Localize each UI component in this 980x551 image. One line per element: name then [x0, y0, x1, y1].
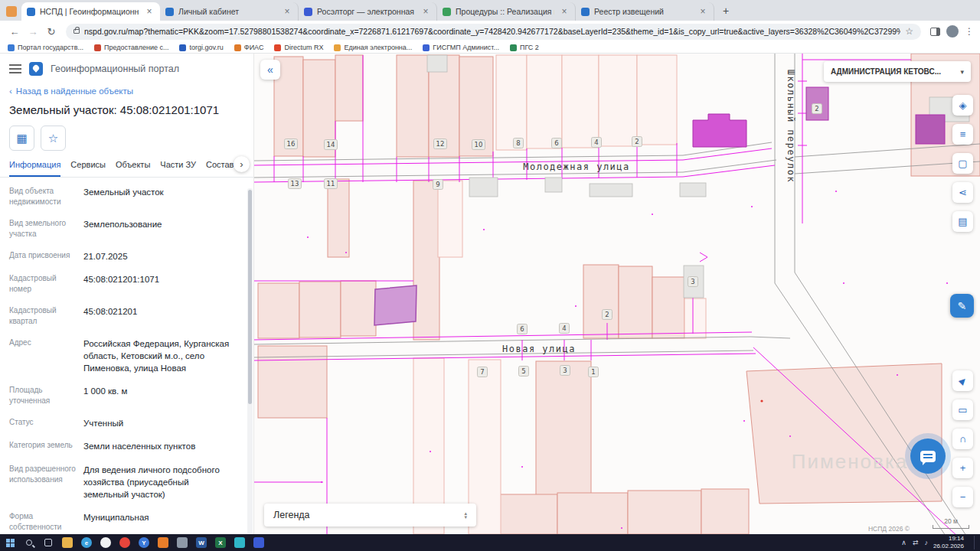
taskbar-app-browser-icon[interactable] [99, 536, 113, 549]
tool-zoom-out-button[interactable]: − [952, 487, 973, 507]
taskbar-app-word-icon[interactable]: W [194, 536, 208, 549]
tool-select-area-icon[interactable]: ▢ [952, 153, 973, 174]
taskbar-app-app-icon-2[interactable] [175, 536, 189, 549]
parcel-number-marker[interactable]: 12 [434, 139, 447, 149]
bookmark-star-icon[interactable]: ☆ [905, 26, 913, 37]
bookmark-item[interactable]: Единая электронна... [334, 44, 412, 51]
taskbar-app-app-icon-1[interactable] [156, 536, 170, 549]
start-button[interactable] [3, 536, 17, 549]
task-view-button[interactable] [41, 536, 55, 549]
parcel-number-marker[interactable]: 7 [478, 367, 488, 377]
bookmark-item[interactable]: Directum RX [274, 44, 323, 51]
bookmark-item[interactable]: ПГС 2 [510, 44, 539, 51]
tab-close-icon[interactable]: × [420, 6, 431, 17]
tool-locate-icon[interactable]: ▶ [952, 370, 973, 391]
browser-tab[interactable]: Росэлторг — электронная торг× [299, 2, 437, 21]
selected-parcel[interactable] [374, 285, 416, 325]
tool-share-icon[interactable]: ⋖ [952, 182, 973, 203]
browser-menu-icon[interactable]: ⋮ [965, 26, 974, 37]
tab-Информация[interactable]: Информация [9, 160, 60, 177]
pinned-tab-icon[interactable] [6, 6, 17, 17]
tray-icon-0[interactable]: ∧ [901, 539, 906, 546]
notification-edge[interactable] [974, 536, 977, 549]
favorite-button[interactable]: ☆ [41, 126, 66, 151]
taskbar-app-yandex-browser-icon[interactable]: Y [137, 536, 151, 549]
tab-Объекты[interactable]: Объекты [116, 160, 150, 177]
parcel-number-marker[interactable]: 3 [560, 366, 570, 376]
chat-button[interactable] [910, 439, 946, 474]
parcel-number-marker[interactable]: 2 [812, 104, 822, 114]
tab-close-icon[interactable]: × [282, 6, 292, 17]
parcel-number-marker[interactable]: 10 [472, 140, 485, 150]
bookmark-item[interactable]: ФИАС [234, 44, 264, 51]
browser-tab[interactable]: Реестр извещений× [576, 2, 714, 21]
reload-icon[interactable]: ↻ [43, 23, 60, 40]
tool-bottom-panel-icon[interactable]: ▭ [952, 399, 973, 420]
tab-close-icon[interactable]: × [144, 6, 155, 17]
url-text[interactable]: nspd.gov.ru/map?thematic=PKK&zoom=17.527… [84, 27, 900, 36]
tab-Сервисы[interactable]: Сервисы [70, 160, 106, 177]
collapse-panel-button[interactable]: « [260, 60, 280, 80]
bookmark-item[interactable]: torgi.gov.ru [179, 44, 223, 51]
profile-avatar[interactable] [946, 25, 959, 37]
parcel-number-marker[interactable]: 4 [560, 324, 570, 334]
tool-print-icon[interactable]: ▤ [952, 211, 973, 232]
organization-selector[interactable]: АДМИНИСТРАЦИЯ КЕТОВС... ▾ [824, 61, 971, 82]
legend-bar[interactable]: Легенда ▴▾ [264, 504, 476, 527]
parcel-number-marker[interactable]: 3 [688, 277, 698, 287]
tool-layers-icon[interactable]: ◈ [952, 95, 973, 116]
tool-magnet-icon[interactable]: ∩ [952, 429, 973, 449]
tool-zoom-in-button[interactable]: + [952, 458, 973, 478]
browser-tab[interactable]: НСПД | Геоинформационный п× [21, 2, 160, 21]
back-to-results-link[interactable]: ‹ Назад в найденные объекты [0, 80, 253, 97]
parcel-number-marker[interactable]: 16 [285, 139, 298, 149]
taskbar-app-edge-icon[interactable]: e [80, 536, 93, 549]
browser-tab[interactable]: Личный кабинет× [160, 2, 299, 21]
parcel-number-marker[interactable]: 14 [325, 140, 338, 150]
back-icon[interactable]: ← [6, 23, 23, 40]
bookmark-item[interactable]: ГИСГМП Админист... [423, 44, 499, 51]
clock-date: 26.02.2026 [933, 543, 964, 550]
sidebar-scrollbar[interactable] [247, 188, 253, 534]
tray-icon-1[interactable]: ⇄ [913, 539, 919, 546]
tab-Части ЗУ[interactable]: Части ЗУ [160, 160, 196, 177]
draw-tool-button[interactable]: ✎ [950, 294, 974, 318]
browser-tab[interactable]: Процедуры :: Реализация госи× [437, 2, 576, 21]
parcel-number-marker[interactable]: 4 [592, 138, 602, 148]
taskbar-search-button[interactable] [22, 536, 36, 549]
forward-icon[interactable]: → [24, 23, 41, 40]
taskbar-clock[interactable]: 19:14 26.02.2026 [933, 535, 967, 550]
parcel-number-marker[interactable]: 5 [519, 367, 529, 377]
parcel-number-marker[interactable]: 2 [632, 137, 642, 147]
tab-Состав[interactable]: Состав [206, 160, 234, 177]
tray-icon-2[interactable]: ♪ [924, 539, 928, 546]
scrollbar-thumb[interactable] [248, 190, 252, 404]
taskbar-app-excel-icon[interactable]: X [214, 536, 227, 549]
bookmark-item[interactable]: Предоставление с... [94, 44, 168, 51]
tool-layer-list-icon[interactable]: ≡ [952, 124, 973, 145]
bookmark-item[interactable]: Портал государств... [8, 44, 83, 51]
cadastral-map[interactable]: Пименовка Молодежная улицаНовая улицаШко… [254, 54, 980, 534]
parcel-number-marker[interactable]: 1 [589, 367, 599, 377]
parcel-number-marker[interactable]: 9 [433, 180, 443, 190]
parcel-number-marker[interactable]: 8 [514, 139, 524, 148]
parcel-number-marker[interactable]: 11 [325, 179, 338, 189]
new-tab-button[interactable]: + [717, 2, 734, 19]
tab-close-icon[interactable]: × [559, 6, 570, 17]
search-icon [26, 540, 32, 546]
map-canvas[interactable]: Пименовка Молодежная улицаНовая улицаШко… [254, 54, 980, 534]
object-card-button[interactable]: ▦ [9, 126, 34, 151]
parcel-number-marker[interactable]: 6 [552, 139, 562, 148]
taskbar-app-app-icon-3[interactable] [233, 536, 247, 549]
taskbar-app-chrome-icon[interactable] [118, 536, 132, 549]
side-panel-icon[interactable] [930, 28, 940, 36]
parcel-number-marker[interactable]: 13 [289, 179, 302, 189]
parcel-number-marker[interactable]: 6 [518, 324, 528, 334]
taskbar-app-app-icon-4[interactable] [252, 536, 266, 549]
tabs-next-button[interactable]: › [234, 156, 250, 172]
parcel-number-marker[interactable]: 2 [603, 310, 612, 320]
taskbar-app-file-explorer-icon[interactable] [60, 536, 74, 549]
tab-close-icon[interactable]: × [697, 6, 708, 17]
hamburger-menu-icon[interactable] [9, 62, 21, 76]
url-box[interactable]: nspd.gov.ru/map?thematic=PKK&zoom=17.527… [66, 24, 921, 40]
